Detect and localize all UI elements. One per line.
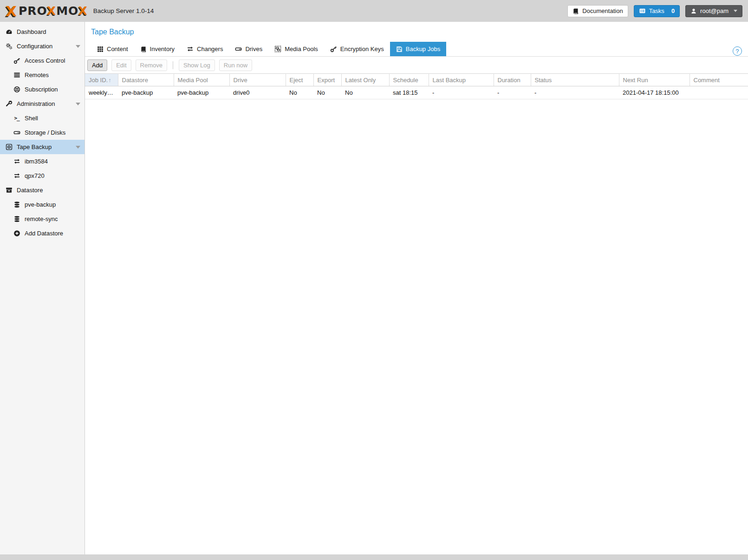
tab-inventory[interactable]: Inventory (134, 42, 181, 56)
sidebar-item-label: Administration (17, 100, 55, 107)
documentation-label: Documentation (582, 7, 623, 14)
tasks-label: Tasks (649, 7, 664, 14)
cell-next-run: 2021-04-17 18:15:00 (619, 86, 689, 99)
documentation-button[interactable]: Documentation (567, 5, 628, 17)
tab-changers[interactable]: Changers (181, 42, 229, 56)
user-menu-button[interactable]: root@pam (685, 5, 742, 17)
sidebar-item-qpx720[interactable]: qpx720 (0, 169, 85, 183)
sidebar-item-administration[interactable]: Administration (0, 97, 85, 111)
tab-label: Drives (245, 46, 262, 52)
cell-last-backup: - (429, 86, 494, 99)
edit-button[interactable]: Edit (111, 59, 131, 71)
sidebar-item-ibm3584[interactable]: ibm3584 (0, 154, 85, 169)
sidebar-item-configuration[interactable]: Configuration (0, 39, 85, 53)
book-icon (572, 8, 579, 14)
grid-icon (97, 46, 104, 52)
column-header-schedule[interactable]: Schedule (389, 74, 429, 86)
add-button[interactable]: Add (87, 59, 107, 71)
sidebar-item-access-control[interactable]: Access Control (0, 53, 85, 68)
exchange-arrows-icon (13, 158, 21, 165)
sidebar-item-subscription[interactable]: Subscription (0, 82, 85, 97)
sidebar-item-label: Subscription (25, 86, 58, 93)
column-header-status[interactable]: Status (531, 74, 619, 86)
column-header-comment[interactable]: Comment (689, 74, 748, 86)
proxmox-x-logo-icon: X (6, 3, 17, 20)
sidebar-item-label: Shell (25, 115, 38, 122)
page-title: Tape Backup (85, 22, 748, 36)
sidebar: Dashboard Configuration Access Control R… (0, 22, 85, 554)
chevron-down-icon (734, 10, 737, 12)
column-header-eject[interactable]: Eject (286, 74, 313, 86)
remove-button[interactable]: Remove (136, 59, 167, 71)
sidebar-item-label: Storage / Disks (25, 129, 65, 136)
chevron-down-icon (76, 45, 80, 48)
column-header-datastore[interactable]: Datastore (118, 74, 174, 86)
exchange-arrows-icon (13, 172, 21, 179)
column-header-export[interactable]: Export (313, 74, 341, 86)
book-icon (140, 46, 147, 52)
cell-datastore: pve-backup (118, 86, 174, 99)
show-log-button[interactable]: Show Log (179, 59, 215, 71)
cell-latest-only: No (341, 86, 389, 99)
cell-duration: - (494, 86, 531, 99)
sidebar-item-label: qpx720 (25, 172, 45, 179)
cell-comment (689, 86, 748, 99)
floppy-save-icon (396, 46, 403, 52)
tab-label: Media Pools (285, 46, 318, 52)
tab-bar: Content Inventory Changers Drives (85, 42, 748, 57)
table-header-row: Job ID.↑ Datastore Media Pool Drive Ejec… (85, 74, 748, 86)
sort-ascending-icon: ↑ (108, 77, 111, 84)
user-label: root@pam (700, 7, 728, 14)
tasks-button[interactable]: Tasks 0 (634, 5, 680, 17)
cell-export: No (313, 86, 341, 99)
main-panel: Tape Backup ? Content Inventory Changers (85, 22, 748, 554)
sidebar-item-label: Remotes (25, 72, 49, 78)
chevron-down-icon (76, 103, 80, 105)
sidebar-item-dashboard[interactable]: Dashboard (0, 25, 85, 39)
wrench-icon (5, 100, 13, 107)
tab-label: Encryption Keys (340, 46, 384, 52)
toolbar: Add Edit Remove Show Log Run now (85, 57, 748, 73)
cell-schedule: sat 18:15 (389, 86, 429, 99)
hdd-icon (235, 46, 242, 52)
tab-backup-jobs[interactable]: Backup Jobs (390, 42, 446, 56)
cell-eject: No (286, 86, 313, 99)
run-now-button[interactable]: Run now (219, 59, 252, 71)
column-header-drive[interactable]: Drive (229, 74, 286, 86)
sidebar-item-remotes[interactable]: Remotes (0, 68, 85, 82)
tab-content[interactable]: Content (91, 42, 134, 56)
proxmox-logo: X PROXMOX (6, 3, 88, 20)
column-header-latest-only[interactable]: Latest Only (341, 74, 389, 86)
sidebar-item-label: Access Control (25, 57, 65, 64)
tab-drives[interactable]: Drives (229, 42, 268, 56)
gears-icon (5, 43, 13, 50)
table-row[interactable]: weekly… pve-backup pve-backup drive0 No … (85, 86, 748, 99)
exchange-arrows-icon (187, 46, 194, 52)
sidebar-item-pve-backup[interactable]: pve-backup (0, 197, 85, 212)
sidebar-item-datastore[interactable]: Datastore (0, 183, 85, 197)
column-header-job-id[interactable]: Job ID.↑ (85, 74, 118, 86)
sidebar-item-tape-backup[interactable]: Tape Backup (0, 140, 85, 154)
cell-status: - (531, 86, 619, 99)
tab-encryption-keys[interactable]: Encryption Keys (324, 42, 390, 56)
sidebar-item-label: Dashboard (17, 28, 46, 35)
proxmox-wordmark: PROXMOX (19, 4, 88, 18)
database-icon (13, 201, 21, 208)
hdd-icon (13, 129, 21, 136)
top-bar-actions: Documentation Tasks 0 root@pam (567, 5, 742, 17)
help-icon[interactable]: ? (733, 46, 742, 56)
column-header-media-pool[interactable]: Media Pool (174, 74, 229, 86)
sidebar-item-add-datastore[interactable]: Add Datastore (0, 226, 85, 241)
tab-media-pools[interactable]: Media Pools (268, 42, 324, 56)
sidebar-item-label: remote-sync (25, 215, 58, 222)
tab-label: Inventory (150, 46, 175, 52)
gauge-icon (5, 28, 13, 35)
sidebar-item-remote-sync[interactable]: remote-sync (0, 212, 85, 226)
column-header-next-run[interactable]: Next Run (619, 74, 689, 86)
sidebar-item-shell[interactable]: >_ Shell (0, 111, 85, 125)
column-header-duration[interactable]: Duration (494, 74, 531, 86)
product-version-label: Backup Server 1.0-14 (93, 7, 154, 14)
sidebar-item-storage-disks[interactable]: Storage / Disks (0, 125, 85, 140)
column-header-last-backup[interactable]: Last Backup (429, 74, 494, 86)
tab-label: Backup Jobs (406, 46, 440, 52)
